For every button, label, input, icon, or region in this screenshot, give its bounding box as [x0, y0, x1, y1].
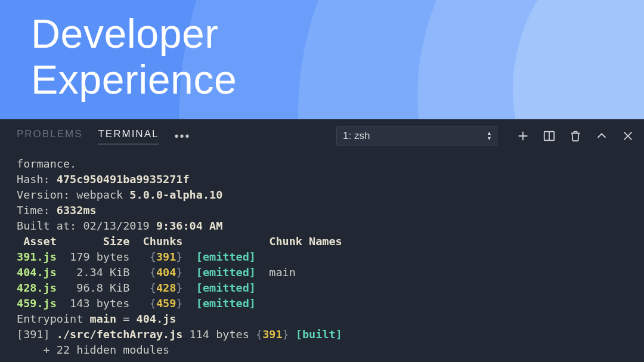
tabs-overflow-button[interactable]: ••• — [174, 129, 190, 143]
plus-icon — [516, 129, 530, 143]
table-row: 459.js 143 bytes {459} [emitted] — [17, 296, 644, 311]
output-line: Version: webpack 5.0.0-alpha.10 — [17, 187, 644, 203]
banner-title-line1: Developer — [31, 11, 218, 56]
terminal-toolbar — [516, 129, 634, 143]
terminal-output[interactable]: formance. Hash: 475c950491ba9935271f Ver… — [0, 153, 644, 362]
output-line: [391] ./src/fetchArray.js 114 bytes {391… — [17, 327, 644, 342]
banner-header: Developer Experience — [0, 0, 644, 119]
close-panel-button[interactable] — [621, 129, 634, 143]
maximize-panel-button[interactable] — [595, 129, 608, 143]
output-line: formance. — [17, 156, 644, 172]
table-row: 428.js 96.8 KiB {428} [emitted] — [17, 280, 644, 296]
split-panel-icon — [543, 129, 556, 143]
panel-tabbar: PROBLEMS TERMINAL ••• 1: zsh ▲▼ — [0, 119, 644, 153]
trash-icon — [569, 129, 582, 143]
tabs-group: PROBLEMS TERMINAL ••• — [17, 128, 190, 144]
banner-title: Developer Experience — [0, 0, 644, 103]
dropdown-caret-icon: ▲▼ — [487, 127, 492, 145]
banner-title-line2: Experience — [31, 57, 237, 102]
table-row: 391.js 179 bytes {391} [emitted] — [17, 249, 644, 265]
kill-terminal-button[interactable] — [569, 129, 582, 143]
close-icon — [621, 129, 634, 143]
output-line: Built at: 02/13/2019 9:36:04 AM — [17, 218, 644, 234]
terminal-selector[interactable]: 1: zsh ▲▼ — [336, 126, 497, 146]
output-line: Entrypoint main = 404.js — [17, 311, 644, 327]
chevron-up-icon — [595, 129, 608, 143]
terminal-selector-label: 1: zsh — [343, 130, 370, 142]
output-line: Time: 6332ms — [17, 203, 644, 218]
terminal-panel: PROBLEMS TERMINAL ••• 1: zsh ▲▼ — [0, 119, 644, 362]
output-line: Hash: 475c950491ba9935271f — [17, 172, 644, 187]
tab-problems[interactable]: PROBLEMS — [17, 128, 82, 144]
new-terminal-button[interactable] — [516, 129, 530, 143]
split-terminal-button[interactable] — [543, 129, 556, 143]
table-header: Asset Size Chunks Chunk Names — [17, 234, 644, 249]
table-row: 404.js 2.34 KiB {404} [emitted] main — [17, 265, 644, 280]
output-line: + 22 hidden modules — [17, 342, 644, 358]
tab-terminal[interactable]: TERMINAL — [98, 128, 159, 144]
